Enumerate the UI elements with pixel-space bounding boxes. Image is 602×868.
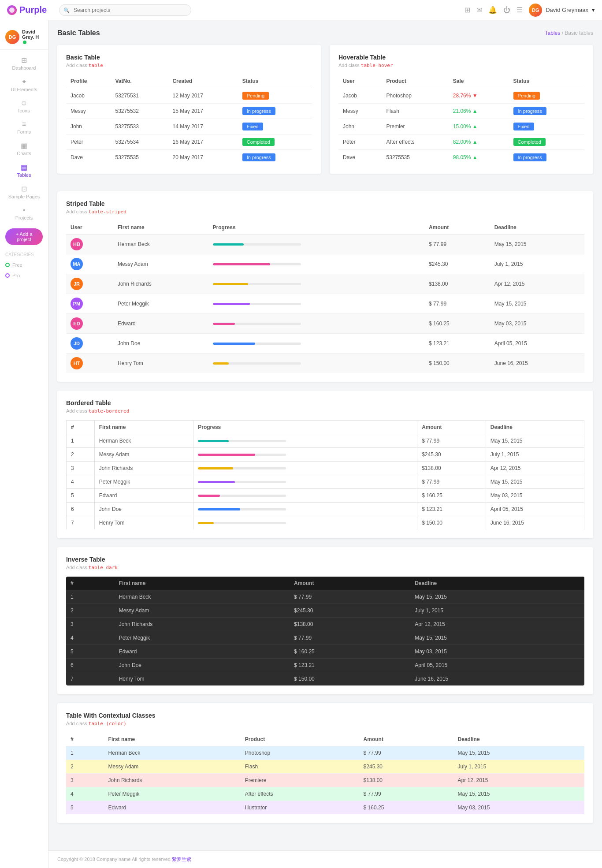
col-deadline: Deadline	[486, 421, 584, 434]
num-cell: 3	[66, 618, 115, 631]
avatar-cell: JR	[66, 274, 113, 294]
hoverable-table-subtitle: Add class table-hover	[338, 63, 584, 68]
mail-icon[interactable]: ✉	[476, 6, 482, 14]
table-row: 4 Peter Meggik $ 77.99 May 15, 2015	[67, 475, 584, 489]
sidebar-item-ui-elements[interactable]: ✦ UI Elements	[0, 74, 48, 96]
category-pro[interactable]: Pro	[0, 270, 48, 281]
amount-cell: $ 77.99	[417, 434, 486, 448]
sidebar-item-label: Dashboard	[12, 65, 36, 71]
dashboard-icon: ⊞	[21, 56, 27, 64]
table-row: Jacob Photoshop 28.76% ▼ Pending	[338, 88, 584, 104]
num-cell: 4	[66, 787, 104, 801]
table-row: 4 Peter Meggik $ 77.99 May 15, 2015	[66, 631, 584, 645]
footer-link[interactable]: 紫罗兰紫	[172, 857, 191, 862]
status-cell: Completed	[509, 134, 584, 150]
navbar: Purple ⊞ ✉ 🔔 ⏻ ☰ DG David Greymaax ▾	[0, 0, 602, 20]
progress-cell	[193, 489, 417, 503]
num-cell: 1	[66, 590, 115, 604]
vatno-cell: 53275533	[111, 119, 168, 134]
search-container	[59, 4, 191, 16]
sidebar-item-forms[interactable]: ≡ Forms	[0, 117, 48, 138]
col-amount: Amount	[424, 221, 490, 235]
avatar: HB	[71, 238, 83, 250]
created-cell: 20 May 2017	[168, 150, 238, 165]
sidebar-item-tables[interactable]: ▤ Tables	[0, 160, 48, 181]
table-row: MA Messy Adam $245.30 July 1, 2015	[66, 254, 584, 274]
basic-table-subtitle: Add class table	[66, 63, 312, 68]
amount-cell: $ 123.21	[290, 659, 410, 672]
deadline-cell: April 05, 2015	[410, 659, 584, 672]
striped-table-title: Striped Table	[66, 200, 584, 207]
col-status: Status	[238, 75, 312, 88]
table-row: Jacob 53275531 12 May 2017 Pending	[66, 88, 312, 104]
col-vatno: VatNo.	[111, 75, 168, 88]
product-cell: Premiere	[241, 774, 359, 787]
table-row: ED Edward $ 160.25 May 03, 2015	[66, 314, 584, 334]
user-info[interactable]: DG David Greymaax ▾	[529, 4, 595, 17]
created-cell: 14 May 2017	[168, 119, 238, 134]
categories-label: Categories	[0, 250, 48, 260]
sidebar-item-icons[interactable]: ☺ Icons	[0, 96, 48, 117]
search-input[interactable]	[59, 4, 191, 16]
inverse-table-title: Inverse Table	[66, 556, 584, 563]
product-cell: Illustrator	[241, 801, 359, 815]
progress-cell	[193, 434, 417, 448]
hoverable-table-title: Hoverable Table	[338, 54, 584, 61]
sample-pages-icon: ⊡	[21, 185, 27, 193]
user-cell: Messy	[338, 104, 382, 119]
status-badge: Fixed	[242, 123, 263, 130]
progress-cell	[193, 448, 417, 462]
striped-table-class: table-striped	[89, 209, 126, 215]
num-cell: 6	[67, 503, 95, 516]
status-cell: Completed	[238, 134, 312, 150]
name-cell: Henry Tom	[115, 672, 290, 686]
num-cell: 7	[67, 516, 95, 530]
category-pro-label: Pro	[12, 273, 20, 278]
name-cell: Peter Meggik	[104, 787, 241, 801]
app-name: Purple	[19, 5, 47, 15]
progress-cell	[208, 334, 424, 354]
inverse-table-wrapper: # First name Amount Deadline 1 Herman Be…	[66, 577, 584, 685]
status-cell: In progress	[238, 150, 312, 165]
col-user: User	[338, 75, 382, 88]
product-cell: Premier	[382, 119, 449, 134]
grid-icon[interactable]: ⊞	[465, 6, 470, 14]
category-free[interactable]: Free	[0, 260, 48, 270]
page-title: Basic Tables	[57, 29, 100, 37]
table-row: 3 John Richards $138.00 Apr 12, 2015	[66, 618, 584, 631]
sidebar-item-projects[interactable]: ▪ Projects	[0, 203, 48, 224]
sidebar-item-charts[interactable]: ▦ Charts	[0, 138, 48, 160]
col-amount: Amount	[417, 421, 486, 434]
col-deadline: Deadline	[490, 221, 584, 235]
deadline-cell: Apr 12, 2015	[490, 274, 584, 294]
user-cell: Dave	[338, 150, 382, 165]
table-row: Messy Flash 21.06% ▲ In progress	[338, 104, 584, 119]
progress-cell	[208, 294, 424, 314]
col-status: Status	[509, 75, 584, 88]
table-row: JD John Doe $ 123.21 April 05, 2015	[66, 334, 584, 354]
striped-table-subtitle: Add class table-striped	[66, 209, 584, 215]
sidebar-item-dashboard[interactable]: ⊞ Dashboard	[0, 52, 48, 74]
basic-table-card: Basic Table Add class table Profile VatN…	[57, 45, 321, 174]
deadline-cell: June 16, 2015	[490, 354, 584, 373]
progress-cell	[208, 354, 424, 373]
name-cell: Herman Beck	[104, 746, 241, 760]
progress-bar	[213, 243, 301, 246]
avatar: JD	[71, 337, 83, 350]
power-icon[interactable]: ⏻	[503, 6, 510, 14]
status-badge: Pending	[513, 92, 540, 100]
status-badge: In progress	[242, 153, 275, 161]
sidebar-item-sample-pages[interactable]: ⊡ Sample Pages	[0, 181, 48, 203]
bell-icon[interactable]: 🔔	[488, 6, 497, 14]
avatar-cell: PM	[66, 294, 113, 314]
amount-cell: $138.00	[417, 462, 486, 475]
breadcrumb-parent[interactable]: Tables	[545, 30, 561, 36]
deadline-cell: May 15, 2015	[486, 434, 584, 448]
bordered-table-card: Bordered Table Add class table-bordered …	[57, 391, 593, 538]
add-project-button[interactable]: + Add a project	[5, 228, 43, 245]
menu-icon[interactable]: ☰	[517, 6, 523, 14]
deadline-cell: Apr 12, 2015	[453, 774, 584, 787]
product-cell: After effects	[241, 787, 359, 801]
app-brand[interactable]: Purple	[7, 5, 56, 15]
user-status-dot	[23, 41, 26, 44]
